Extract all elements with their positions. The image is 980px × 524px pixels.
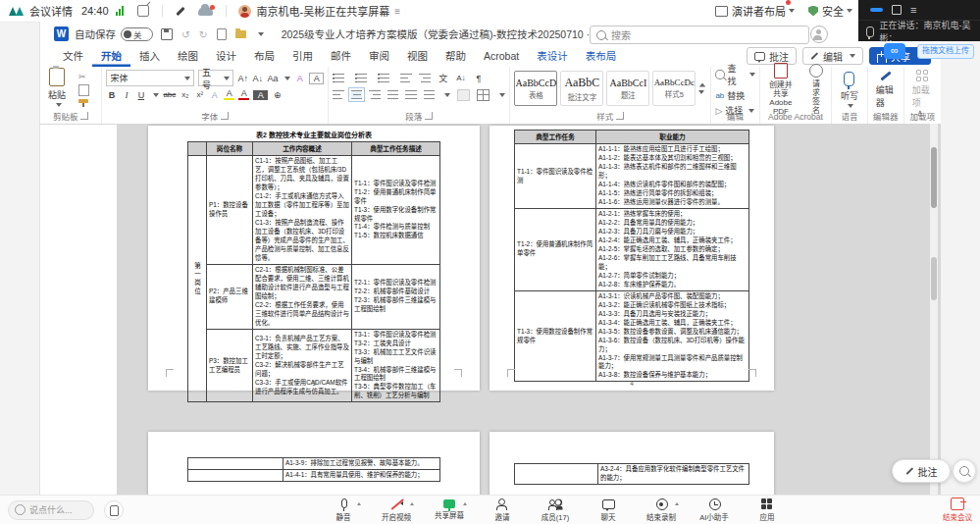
submenu-caret-icon[interactable] <box>357 502 361 505</box>
styles-dialog-launcher[interactable] <box>616 112 624 120</box>
zoom-pill-button[interactable] <box>953 459 976 483</box>
change-case-button[interactable]: Aa <box>267 74 278 83</box>
tab-references[interactable]: 引用 <box>284 46 322 67</box>
editor-button[interactable]: 编辑器 <box>872 70 900 109</box>
document-canvas[interactable]: 表2 数控技术专业主要就业岗位分析表 岗位名称 工作内容概述 典型工作任务描述 … <box>117 124 941 496</box>
tab-draw[interactable]: 绘图 <box>169 46 207 67</box>
editing-mode-button[interactable]: 编辑 <box>802 47 863 65</box>
document-page-3[interactable]: A1-3-9：排除加工过程常见报警、故障基本能力。 A1-4-1：具有常用量具使… <box>148 432 480 496</box>
cut-button[interactable]: ✂ <box>78 72 89 81</box>
align-right-button[interactable] <box>369 90 381 99</box>
submenu-caret-icon[interactable] <box>463 502 467 505</box>
copy-button[interactable] <box>78 84 89 96</box>
font-size-select[interactable]: 五号 <box>198 70 233 86</box>
chat-button[interactable]: 聊天 <box>589 496 628 522</box>
highlight-button[interactable]: A <box>224 89 234 100</box>
meeting-details-link[interactable]: 会议详情 <box>29 3 73 19</box>
grow-font-button[interactable]: A↑ <box>237 74 248 83</box>
subscript-button[interactable]: x₂ <box>180 90 190 99</box>
underline-button[interactable]: U <box>135 90 146 100</box>
stop-recording-button[interactable]: 结束录制 <box>642 496 681 522</box>
borders-button[interactable] <box>477 89 490 101</box>
reactions-button[interactable] <box>104 500 124 520</box>
account-avatar[interactable] <box>810 26 828 43</box>
sort-button[interactable]: A↓ <box>455 74 466 82</box>
tab-home[interactable]: 开始 <box>92 46 130 67</box>
open-folder-icon[interactable] <box>235 30 246 38</box>
save-icon[interactable] <box>161 28 173 40</box>
tab-help[interactable]: 帮助 <box>437 46 475 67</box>
sharing-options-icon[interactable]: ≡ <box>394 6 400 17</box>
tab-table-design[interactable]: 表设计 <box>528 46 577 67</box>
panel-menu-icon[interactable]: ≡ <box>910 6 916 14</box>
share-screen-button[interactable]: 共享屏幕 <box>430 496 469 520</box>
create-share-pdf-button[interactable]: 创建并共享Adobe PDF <box>764 63 798 117</box>
tab-design[interactable]: 设计 <box>207 46 245 67</box>
align-center-button[interactable] <box>351 90 363 99</box>
tab-table-layout[interactable]: 表布局 <box>577 46 626 67</box>
styles-scroll-down[interactable] <box>698 90 704 94</box>
annotation-pen-icon[interactable] <box>175 6 185 17</box>
decrease-indent-button[interactable] <box>400 74 412 82</box>
collapse-ribbon-button[interactable]: ∧ <box>916 108 923 118</box>
cloud-record-icon[interactable] <box>198 7 213 16</box>
apps-button[interactable]: 应用 <box>748 496 787 522</box>
autosave-toggle[interactable]: 关 <box>121 27 153 41</box>
addins-button[interactable]: 加载项 <box>908 70 937 109</box>
paste-button[interactable]: 粘贴 <box>44 68 70 107</box>
submenu-caret-icon[interactable] <box>410 502 414 505</box>
justify-button[interactable] <box>387 90 399 99</box>
document-page-4[interactable]: A3-2-4：具备应用数字化软件编制典型零件工艺文件的能力； <box>490 432 774 496</box>
open-external-icon[interactable] <box>137 5 149 17</box>
request-signatures-button[interactable]: 请求签名 <box>805 64 827 116</box>
tab-layout[interactable]: 布局 <box>245 46 284 67</box>
members-button[interactable]: 成员(17) <box>536 496 575 522</box>
format-painter-button[interactable] <box>78 99 88 103</box>
character-border-button[interactable]: A <box>309 73 324 84</box>
dictate-button[interactable]: 听写 <box>836 70 863 109</box>
distribute-button[interactable] <box>405 90 417 99</box>
mute-button[interactable]: 静音 <box>324 496 363 522</box>
style-style5[interactable]: AaBbCcDc 样式5 <box>652 71 696 106</box>
bold-button[interactable]: B <box>106 90 117 100</box>
tab-view[interactable]: 视图 <box>398 46 437 67</box>
line-spacing-button[interactable] <box>424 90 436 99</box>
security-button[interactable]: 安全 <box>822 3 844 19</box>
restore-window-button[interactable] <box>892 5 902 15</box>
undo-icon[interactable]: ↺ <box>181 28 190 40</box>
replace-button[interactable]: ab替换 <box>715 89 754 102</box>
styles-scroll-up[interactable] <box>699 83 705 87</box>
style-table[interactable]: AaBbCcD 表格 <box>514 71 557 106</box>
asian-layout-button[interactable]: 文 <box>438 72 448 84</box>
minimize-button[interactable] <box>870 8 883 12</box>
end-meeting-button[interactable]: 结束会议 <box>943 498 972 522</box>
font-color-button[interactable]: A <box>238 89 249 100</box>
superscript-button[interactable]: x² <box>194 90 205 99</box>
redo-icon[interactable]: ↻ <box>199 28 208 40</box>
start-video-button[interactable]: 开启视频 <box>377 496 416 522</box>
align-left-button[interactable] <box>333 90 344 99</box>
search-input[interactable]: 搜索 <box>590 26 809 44</box>
shading-button[interactable] <box>457 89 470 101</box>
clear-formatting-button[interactable]: A <box>294 74 305 83</box>
submenu-caret-icon[interactable] <box>675 502 679 505</box>
vertical-scrollbar[interactable] <box>930 124 938 496</box>
chat-input[interactable]: 说点什么... <box>8 500 94 520</box>
document-page-2[interactable]: 典型工作任务 职业能力 T1-1：零件图识读及零件检测 A1-1-1：能熟练应用… <box>490 126 774 391</box>
style-comment-text[interactable]: AaBbC 批注文字 <box>560 71 603 106</box>
increase-indent-button[interactable] <box>419 74 431 82</box>
multilevel-list-button[interactable] <box>378 74 393 82</box>
docs-infinity-badge[interactable]: ∞ <box>884 43 905 59</box>
tab-mailings[interactable]: 邮件 <box>322 46 360 67</box>
find-button[interactable]: 查找 <box>715 62 754 87</box>
tab-acrobat[interactable]: Acrobat <box>475 46 528 67</box>
tab-insert[interactable]: 插入 <box>130 46 169 67</box>
text-effects-button[interactable]: A <box>209 90 220 100</box>
font-dialog-launcher[interactable] <box>221 112 229 120</box>
ai-assistant-button[interactable]: AI小助手 <box>695 496 734 522</box>
speaker-layout-button[interactable]: 演讲者布局 <box>732 3 786 19</box>
strikethrough-button[interactable]: abc <box>163 90 176 99</box>
italic-button[interactable]: I <box>121 90 131 100</box>
font-name-select[interactable]: 宋体 <box>106 70 194 86</box>
scrollbar-thumb[interactable] <box>931 147 937 208</box>
